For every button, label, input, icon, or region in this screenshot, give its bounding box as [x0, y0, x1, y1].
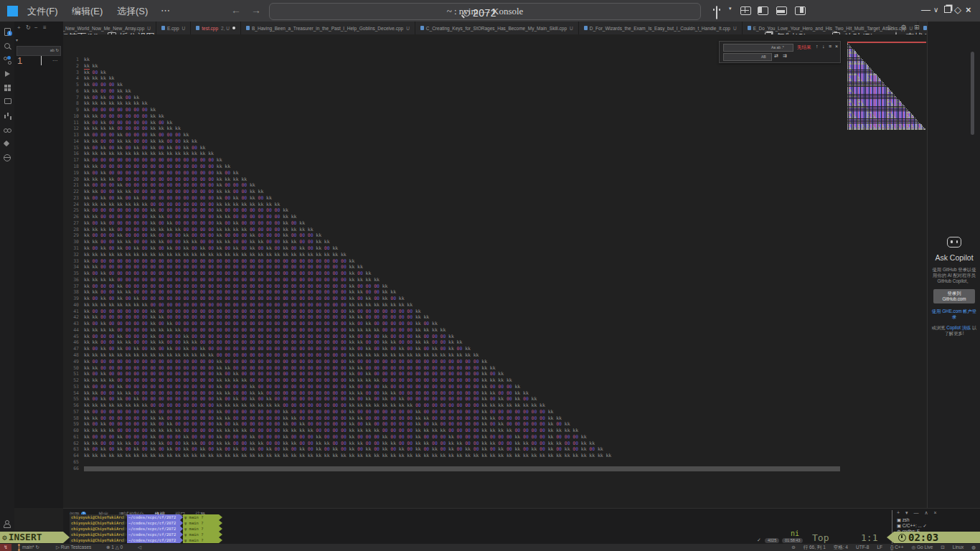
- sync-icon: ↻: [35, 545, 39, 550]
- code-line: 41kk00000000000000kk00000000000000000000…: [63, 309, 840, 315]
- statusbar-item[interactable]: 空格: 4: [834, 545, 848, 550]
- code-line: 46kkkk0000kkkk0000kkkk0000kkkk0000000000…: [63, 339, 840, 346]
- code-line: 45kk000000kk000000kk000000kk000000000000…: [63, 334, 840, 340]
- copilot-chevron-icon[interactable]: ▾: [729, 6, 732, 11]
- code-line: 13kk000000kk000000kk000000kk: [63, 132, 840, 138]
- statusbar-item[interactable]: {} C++: [890, 545, 903, 550]
- restore-button[interactable]: [944, 4, 951, 15]
- terminal-output[interactable]: chiyoyuki@ChiyoYukiArch~/codes/xcpc/cf/2…: [70, 514, 222, 543]
- replace-one-icon[interactable]: ⇄: [774, 53, 778, 59]
- replace-all-icon[interactable]: ⇉: [783, 53, 787, 59]
- remote-indicator[interactable]: ↯: [0, 544, 11, 551]
- run-debug-icon[interactable]: [3, 70, 11, 78]
- forward-arrow-icon[interactable]: →: [251, 4, 261, 16]
- copilot-ghe-link[interactable]: 使用 GHE.com 帐户登录: [931, 309, 977, 320]
- preserve-case-icon[interactable]: AB: [761, 55, 766, 59]
- vim-badge: 01:58:43: [782, 538, 803, 543]
- copilot-signin-button[interactable]: 登录到GitHub.com: [933, 289, 975, 303]
- editor-tab[interactable]: D_For_Wizards_the_Exam_Is_Easy_but_I_Cou…: [579, 22, 743, 34]
- pin-button[interactable]: ◇: [954, 4, 961, 15]
- copilot-body: 使用 GitHub 登录以使 用你的 AI 配对程序员 GitHub Copil…: [931, 267, 977, 284]
- editor-tab[interactable]: E.cppU: [156, 22, 191, 34]
- copilot-walkthrough-link[interactable]: Copilot 演练: [946, 325, 971, 330]
- statusbar-item[interactable]: ⊡: [941, 545, 944, 550]
- toggle-sidebar-icon[interactable]: [758, 6, 768, 15]
- menu-select[interactable]: 选择(S): [117, 5, 148, 18]
- sidebar-more-dots[interactable]: ...: [52, 55, 58, 62]
- side-bar: + ↻ − ≡ ▾ ab ↻ 1 ...: [14, 22, 63, 508]
- minimap[interactable]: [847, 43, 926, 133]
- search-icon[interactable]: [3, 42, 11, 51]
- references-icon[interactable]: [3, 126, 11, 135]
- shell-prompt-line: chiyoyuki@ChiyoYukiArch~/codes/xcpc/cf/2…: [70, 537, 222, 543]
- remote-explorer-icon[interactable]: [3, 97, 11, 105]
- copilot-icon: [947, 237, 961, 248]
- menu-edit[interactable]: 编辑(E): [72, 5, 103, 18]
- modified-dot-icon: [232, 27, 235, 29]
- editor-pane[interactable]: 1kk2kkkk3kk00kk4kkkkkkkk5kk000000kk6kkkk…: [63, 34, 927, 508]
- code-area: 1kk2kkkk3kk00kk4kkkkkkkk5kk000000kk6kkkk…: [63, 57, 840, 472]
- match-case-icon[interactable]: ab ↻: [50, 48, 59, 52]
- chart-icon[interactable]: [3, 110, 11, 119]
- code-line: 63kk00kk00kk00kk00kk00kk00kk00kk00kk00kk…: [63, 446, 840, 453]
- code-line: 3kk00kk: [63, 70, 840, 76]
- statusbar-item[interactable]: ⊖: [791, 545, 795, 550]
- statusbar-item[interactable]: 行 66, 列 1: [804, 545, 826, 550]
- sidebar-action-list-icon[interactable]: ≡: [43, 24, 47, 31]
- account-icon[interactable]: [3, 520, 11, 529]
- statusbar-item[interactable]: UTF-8: [856, 545, 869, 550]
- menu-more[interactable]: ⋯: [161, 5, 170, 16]
- match-case-icon[interactable]: Aa ab .*: [771, 45, 784, 50]
- statusbar-item[interactable]: Linux: [953, 545, 964, 550]
- sidebar-action-new-icon[interactable]: +: [17, 24, 21, 31]
- sidebar-action-refresh-icon[interactable]: ↻: [26, 24, 31, 31]
- command-center[interactable]: ~ : nvim — Konsole 2072: [269, 3, 701, 20]
- activity-bar: 1 ⚙: [0, 22, 14, 544]
- close-button[interactable]: ×: [966, 4, 971, 15]
- toggle-secondary-sidebar-icon[interactable]: [795, 6, 806, 15]
- editor-tab[interactable]: B_Having_Been_a_Treasurer_in_the_Past_I_…: [241, 22, 415, 34]
- find-prev-icon[interactable]: ↑: [816, 44, 819, 49]
- problems-status[interactable]: ⊗ 1 △ 0: [106, 544, 123, 551]
- theme-icon[interactable]: [3, 140, 11, 149]
- terminal-header-actions[interactable]: + ▾ — ∧ ×: [897, 510, 939, 516]
- code-line: 43kk00kk0000000000kk00kk0000000000000000…: [63, 321, 840, 327]
- back-arrow-icon[interactable]: ←: [231, 4, 241, 16]
- find-next-icon[interactable]: ↓: [822, 44, 825, 49]
- code-line: 50kkkk0000000000000000000000000000kkkk00…: [63, 365, 840, 372]
- maximize-chevron-button[interactable]: ∨: [933, 6, 938, 14]
- toggle-panel-icon[interactable]: [776, 6, 787, 15]
- statusbar-item[interactable]: LF: [877, 545, 882, 550]
- code-line: 54kkkk0000kkkk00000000000000000000kkkk00…: [63, 390, 840, 397]
- tab-badge: U: [733, 26, 737, 31]
- statusbar-item[interactable]: ◎ Go Live: [911, 545, 933, 550]
- code-line: 17kk000000000000000000000000000000kk: [63, 157, 840, 164]
- find-close-icon[interactable]: ×: [835, 44, 838, 49]
- vim-badge: 4025: [765, 538, 779, 543]
- scrollbar-thumb[interactable]: [971, 52, 974, 135]
- terminal-list-item[interactable]: ▣ C/C++: ... ✓: [897, 523, 927, 528]
- sidebar-chevron-icon[interactable]: ▾: [16, 37, 18, 42]
- account-globe-icon[interactable]: [3, 154, 11, 162]
- git-branch-icon: [19, 545, 19, 550]
- source-control-icon[interactable]: [3, 56, 11, 65]
- customize-layout-icon[interactable]: [740, 6, 751, 15]
- terminal-list-item[interactable]: ▣ zsh: [897, 517, 910, 522]
- run-testcases-button[interactable]: ▷ Run Testcases: [56, 544, 91, 551]
- copilot-icon[interactable]: [716, 6, 717, 19]
- editor-tab[interactable]: test.cpp2, U: [191, 22, 241, 34]
- branch-status[interactable]: main* ↻: [19, 544, 39, 551]
- statusbar-item[interactable]: ◍: [971, 545, 976, 550]
- extensions-icon[interactable]: [3, 83, 11, 92]
- explorer-icon[interactable]: 1: [3, 27, 11, 36]
- sidebar-search-input[interactable]: ab ↻: [17, 46, 61, 56]
- menu-file[interactable]: 文件(F): [27, 5, 58, 18]
- editor-tab[interactable]: C_Creating_Keys_for_StORages_Has_Become_…: [415, 22, 579, 34]
- code-line: 59kk00kk0000000000kk00kk0000000000kk00kk…: [63, 421, 840, 428]
- text-cursor: [41, 56, 42, 65]
- find-selection-icon[interactable]: ≡: [829, 44, 831, 49]
- megaphone-icon[interactable]: ◁: [138, 544, 141, 551]
- shell-prompt-line: chiyoyuki@ChiyoYukiArch~/codes/xcpc/cf/2…: [70, 520, 222, 526]
- sidebar-action-collapse-icon[interactable]: −: [34, 24, 38, 31]
- minimize-button[interactable]: —: [921, 4, 930, 15]
